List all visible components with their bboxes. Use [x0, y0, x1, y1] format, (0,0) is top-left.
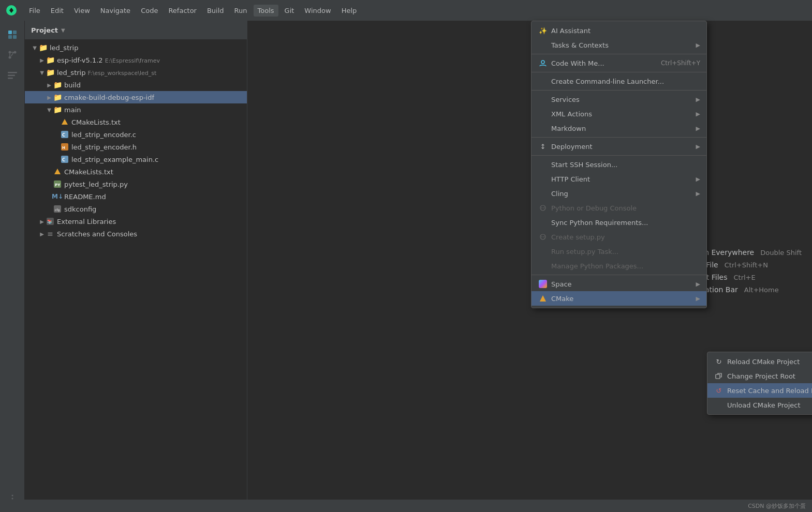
divider [532, 54, 706, 54]
svg-point-33 [541, 207, 542, 208]
deployment-icon: ↕ [538, 143, 548, 150]
menu-view[interactable]: View [70, 5, 94, 17]
menu-deployment[interactable]: ↕ Deployment ▶ [532, 139, 706, 154]
tree-item-encoder-h[interactable]: H led_strip_encoder.h [25, 141, 247, 153]
menu-python-debug[interactable]: Python or Debug Console [532, 201, 706, 215]
tree-item-esp-idf[interactable]: ▶ 📁 esp-idf-v5.1.2 E:\Espressif\framev [25, 54, 247, 66]
menu-label: AI Assistant [551, 27, 700, 35]
menu-help[interactable]: Help [337, 5, 361, 17]
menu-label: Space [551, 280, 696, 288]
menu-reset-cache[interactable]: ↺ Reset Cache and Reload Project [707, 383, 812, 398]
project-tree: ▼ 📁 led_strip ▶ 📁 esp-idf-v5.1.2 E:\Espr… [25, 39, 247, 506]
menu-code-with-me[interactable]: Code With Me... Ctrl+Shift+Y [532, 56, 706, 70]
menu-git[interactable]: Git [280, 5, 299, 17]
menu-http-client[interactable]: HTTP Client ▶ [532, 172, 706, 186]
menu-cling[interactable]: Cling ▶ [532, 186, 706, 201]
menu-label: Run setup.py Task... [551, 248, 700, 255]
toggle-icon: ▶ [38, 231, 46, 237]
h-file-icon: H [60, 143, 69, 150]
structure-btn[interactable] [3, 66, 22, 85]
git-btn[interactable] [3, 46, 22, 64]
menu-label: XML Actions [551, 110, 696, 118]
menu-xml-actions[interactable]: XML Actions ▶ [532, 107, 706, 121]
arrow-icon: ▶ [696, 295, 700, 302]
menu-ai-assistant[interactable]: ✨ AI Assistant [532, 23, 706, 38]
item-label: CMakeLists.txt [64, 168, 113, 176]
tree-item-led_strip_folder[interactable]: ▼ 📁 led_strip F:\esp_workspace\led_st [25, 66, 247, 79]
project-panel: Project ▼ ▼ 📁 led_strip ▶ 📁 esp-idf-v5.1… [25, 21, 247, 512]
arrow-icon: ▶ [696, 176, 700, 183]
svg-point-35 [540, 234, 545, 239]
menu-code[interactable]: Code [137, 5, 162, 17]
toggle-icon: ▶ [38, 57, 46, 63]
svg-point-14 [11, 495, 13, 496]
shortcut: Ctrl+Shift+Y [661, 59, 700, 67]
menu-run-setup[interactable]: Run setup.py Task... [532, 244, 706, 259]
panel-header: Project ▼ [25, 21, 247, 39]
tree-item-external-libs[interactable]: ▶ 📚 External Libraries [25, 215, 247, 228]
tools-menu: ✨ AI Assistant Tasks & Contexts ▶ Code W… [531, 21, 707, 308]
item-label: sdkconfig [64, 205, 96, 213]
item-label: led_strip_encoder.c [71, 131, 136, 139]
menu-cmake[interactable]: CMake ▶ [532, 291, 706, 306]
menu-change-root[interactable]: Change Project Root [707, 369, 812, 383]
tree-item-sdkconfig[interactable]: cfg sdkconfig [25, 203, 247, 215]
folder-special-icon: 📁 [53, 93, 62, 101]
svg-rect-1 [8, 31, 12, 34]
menu-refactor[interactable]: Refactor [164, 5, 201, 17]
tree-item-build[interactable]: ▶ 📁 build [25, 79, 247, 91]
arrow-icon: ▶ [696, 96, 700, 103]
space-icon [538, 280, 548, 288]
tree-item-scratches[interactable]: ▶ ≡ Scratches and Consoles [25, 228, 247, 240]
menu-create-launcher[interactable]: Create Command-line Launcher... [532, 74, 706, 88]
svg-marker-38 [540, 295, 546, 302]
menu-build[interactable]: Build [203, 5, 228, 17]
tree-item-cmake-build[interactable]: ▶ 📁 cmake-build-debug-esp-idf [25, 91, 247, 103]
divider [532, 72, 706, 72]
tree-item-cmakelists-root[interactable]: CMakeLists.txt [25, 165, 247, 178]
svg-rect-4 [13, 35, 17, 39]
arrow-icon: ▶ [696, 42, 700, 49]
menu-label: HTTP Client [551, 175, 696, 183]
menu-reload-cmake[interactable]: ↻ Reload CMake Project [707, 354, 812, 369]
toggle-icon: ▼ [31, 45, 38, 51]
project-view-btn[interactable] [3, 25, 22, 43]
change-root-icon [714, 372, 724, 380]
menu-edit[interactable]: Edit [47, 5, 68, 17]
item-label: cmake-build-debug-esp-idf [64, 94, 154, 101]
menu-label: Python or Debug Console [551, 204, 700, 212]
tree-item-readme[interactable]: M↓ README.md [25, 190, 247, 203]
folder-icon: 📁 [46, 56, 55, 64]
svg-point-6 [13, 51, 16, 54]
menu-markdown[interactable]: Markdown ▶ [532, 121, 706, 135]
svg-rect-2 [13, 31, 17, 34]
folder-icon: 📁 [53, 106, 62, 114]
menu-start-ssh[interactable]: Start SSH Session... [532, 157, 706, 172]
tree-item-led_strip[interactable]: ▼ 📁 led_strip [25, 41, 247, 54]
item-label: README.md [64, 193, 106, 201]
menu-manage-packages[interactable]: Manage Python Packages... [532, 259, 706, 273]
tree-item-pytest[interactable]: PY pytest_led_strip.py [25, 178, 247, 190]
menu-run[interactable]: Run [230, 5, 252, 17]
menu-tasks-contexts[interactable]: Tasks & Contexts ▶ [532, 38, 706, 52]
menu-unload-cmake[interactable]: Unload CMake Project [707, 398, 812, 412]
tree-item-encoder-c[interactable]: C led_strip_encoder.c [25, 128, 247, 141]
menu-tools[interactable]: Tools [254, 5, 278, 17]
menu-space[interactable]: Space ▶ [532, 277, 706, 291]
menu-file[interactable]: File [25, 5, 45, 17]
tree-item-example-main[interactable]: C led_strip_example_main.c [25, 153, 247, 165]
cmake-submenu: ↻ Reload CMake Project Change Project Ro… [707, 352, 812, 415]
menu-services[interactable]: Services ▶ [532, 92, 706, 107]
menu-navigate[interactable]: Navigate [96, 5, 135, 17]
tree-item-cmakelists-main[interactable]: CMakeLists.txt [25, 116, 247, 128]
menu-create-setup[interactable]: Create setup.py [532, 230, 706, 244]
code-with-me-icon [538, 59, 548, 67]
toggle-icon: ▶ [38, 219, 46, 224]
menu-sync-python[interactable]: Sync Python Requirements... [532, 215, 706, 230]
menu-window[interactable]: Window [300, 5, 335, 17]
arrow-icon: ▶ [696, 111, 700, 117]
tree-item-main[interactable]: ▼ 📁 main [25, 103, 247, 116]
item-label: External Libraries [57, 218, 116, 225]
md-file-icon: M↓ [53, 193, 62, 200]
item-label: main [64, 106, 81, 114]
